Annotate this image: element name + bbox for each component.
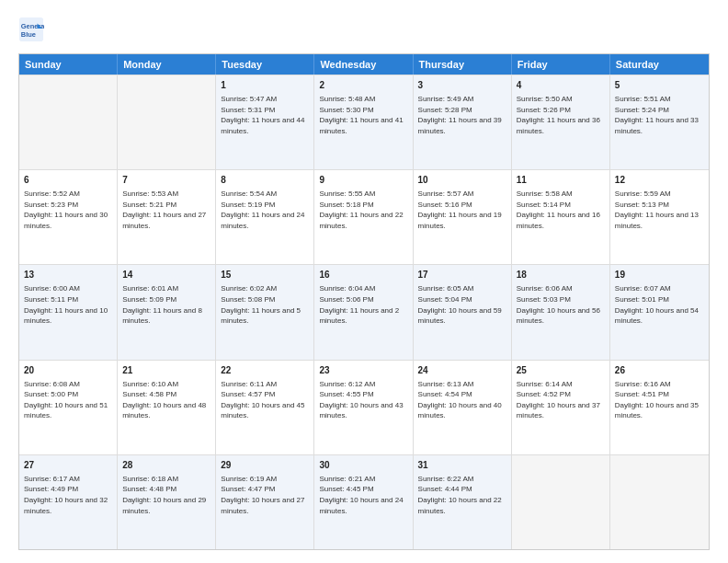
logo: General Blue	[18, 17, 46, 42]
day-header-wednesday: Wednesday	[314, 54, 413, 75]
day-header-thursday: Thursday	[414, 54, 512, 75]
calendar-cell: 15Sunrise: 6:02 AM Sunset: 5:08 PM Dayli…	[216, 265, 314, 359]
calendar-cell	[610, 455, 709, 549]
cell-details: Sunrise: 5:59 AM Sunset: 5:13 PM Dayligh…	[615, 189, 704, 231]
cell-details: Sunrise: 5:52 AM Sunset: 5:23 PM Dayligh…	[24, 189, 112, 231]
calendar-cell: 27Sunrise: 6:17 AM Sunset: 4:49 PM Dayli…	[19, 455, 118, 549]
day-number: 24	[418, 364, 506, 377]
cell-details: Sunrise: 6:13 AM Sunset: 4:54 PM Dayligh…	[418, 379, 506, 421]
day-header-friday: Friday	[512, 54, 610, 75]
calendar-cell	[512, 455, 610, 549]
day-number: 27	[24, 459, 112, 472]
calendar-row-0: 1Sunrise: 5:47 AM Sunset: 5:31 PM Daylig…	[19, 75, 709, 169]
day-number: 6	[24, 174, 112, 187]
calendar-cell: 3Sunrise: 5:49 AM Sunset: 5:28 PM Daylig…	[414, 75, 512, 169]
cell-details: Sunrise: 6:04 AM Sunset: 5:06 PM Dayligh…	[319, 283, 407, 326]
svg-text:Blue: Blue	[21, 30, 36, 39]
calendar-cell: 28Sunrise: 6:18 AM Sunset: 4:48 PM Dayli…	[118, 455, 216, 549]
day-number: 22	[221, 364, 309, 377]
calendar-row-1: 6Sunrise: 5:52 AM Sunset: 5:23 PM Daylig…	[19, 169, 709, 264]
cell-details: Sunrise: 6:17 AM Sunset: 4:49 PM Dayligh…	[24, 474, 112, 516]
cell-details: Sunrise: 5:47 AM Sunset: 5:31 PM Dayligh…	[221, 94, 309, 136]
calendar: SundayMondayTuesdayWednesdayThursdayFrid…	[18, 53, 710, 550]
day-number: 20	[24, 364, 112, 377]
day-number: 13	[24, 269, 112, 282]
calendar-cell: 20Sunrise: 6:08 AM Sunset: 5:00 PM Dayli…	[19, 361, 118, 454]
calendar-row-3: 20Sunrise: 6:08 AM Sunset: 5:00 PM Dayli…	[19, 360, 709, 454]
day-number: 9	[319, 174, 407, 187]
day-header-sunday: Sunday	[19, 54, 118, 75]
calendar-cell: 2Sunrise: 5:48 AM Sunset: 5:30 PM Daylig…	[314, 75, 413, 169]
cell-details: Sunrise: 6:22 AM Sunset: 4:44 PM Dayligh…	[418, 474, 506, 516]
cell-details: Sunrise: 6:14 AM Sunset: 4:52 PM Dayligh…	[517, 379, 605, 421]
day-number: 2	[319, 79, 407, 92]
cell-details: Sunrise: 6:05 AM Sunset: 5:04 PM Dayligh…	[418, 283, 506, 326]
day-number: 26	[615, 364, 704, 377]
calendar-header: SundayMondayTuesdayWednesdayThursdayFrid…	[19, 54, 709, 75]
calendar-body: 1Sunrise: 5:47 AM Sunset: 5:31 PM Daylig…	[19, 75, 709, 549]
calendar-cell: 4Sunrise: 5:50 AM Sunset: 5:26 PM Daylig…	[512, 75, 610, 169]
day-number: 18	[517, 269, 605, 282]
calendar-cell: 31Sunrise: 6:22 AM Sunset: 4:44 PM Dayli…	[414, 455, 512, 549]
cell-details: Sunrise: 5:51 AM Sunset: 5:24 PM Dayligh…	[615, 94, 704, 136]
day-number: 8	[221, 174, 309, 187]
cell-details: Sunrise: 5:49 AM Sunset: 5:28 PM Dayligh…	[418, 94, 506, 136]
header: General Blue	[18, 17, 710, 42]
calendar-row-2: 13Sunrise: 6:00 AM Sunset: 5:11 PM Dayli…	[19, 264, 709, 359]
day-number: 21	[122, 364, 210, 377]
day-number: 14	[122, 269, 210, 282]
calendar-cell: 23Sunrise: 6:12 AM Sunset: 4:55 PM Dayli…	[314, 361, 413, 454]
calendar-cell: 26Sunrise: 6:16 AM Sunset: 4:51 PM Dayli…	[610, 361, 709, 454]
cell-details: Sunrise: 6:21 AM Sunset: 4:45 PM Dayligh…	[319, 474, 407, 516]
cell-details: Sunrise: 5:57 AM Sunset: 5:16 PM Dayligh…	[418, 189, 506, 231]
cell-details: Sunrise: 6:02 AM Sunset: 5:08 PM Dayligh…	[221, 283, 309, 326]
calendar-cell: 17Sunrise: 6:05 AM Sunset: 5:04 PM Dayli…	[414, 265, 512, 359]
cell-details: Sunrise: 5:48 AM Sunset: 5:30 PM Dayligh…	[319, 94, 407, 136]
calendar-cell: 7Sunrise: 5:53 AM Sunset: 5:21 PM Daylig…	[118, 170, 216, 264]
day-header-monday: Monday	[118, 54, 216, 75]
day-number: 25	[517, 364, 605, 377]
calendar-cell: 5Sunrise: 5:51 AM Sunset: 5:24 PM Daylig…	[610, 75, 709, 169]
calendar-row-4: 27Sunrise: 6:17 AM Sunset: 4:49 PM Dayli…	[19, 454, 709, 549]
day-number: 19	[615, 269, 704, 282]
calendar-cell: 10Sunrise: 5:57 AM Sunset: 5:16 PM Dayli…	[414, 170, 512, 264]
cell-details: Sunrise: 6:12 AM Sunset: 4:55 PM Dayligh…	[319, 379, 407, 421]
cell-details: Sunrise: 5:54 AM Sunset: 5:19 PM Dayligh…	[221, 189, 309, 231]
calendar-cell: 24Sunrise: 6:13 AM Sunset: 4:54 PM Dayli…	[414, 361, 512, 454]
cell-details: Sunrise: 6:10 AM Sunset: 4:58 PM Dayligh…	[122, 379, 210, 421]
cell-details: Sunrise: 6:06 AM Sunset: 5:03 PM Dayligh…	[517, 283, 605, 326]
calendar-cell: 22Sunrise: 6:11 AM Sunset: 4:57 PM Dayli…	[216, 361, 314, 454]
day-number: 11	[517, 174, 605, 187]
calendar-cell: 21Sunrise: 6:10 AM Sunset: 4:58 PM Dayli…	[118, 361, 216, 454]
cell-details: Sunrise: 6:18 AM Sunset: 4:48 PM Dayligh…	[122, 474, 210, 516]
calendar-cell	[19, 75, 118, 169]
calendar-cell: 9Sunrise: 5:55 AM Sunset: 5:18 PM Daylig…	[314, 170, 413, 264]
calendar-cell: 29Sunrise: 6:19 AM Sunset: 4:47 PM Dayli…	[216, 455, 314, 549]
cell-details: Sunrise: 5:50 AM Sunset: 5:26 PM Dayligh…	[517, 94, 605, 136]
day-number: 29	[221, 459, 309, 472]
calendar-cell: 11Sunrise: 5:58 AM Sunset: 5:14 PM Dayli…	[512, 170, 610, 264]
svg-text:General: General	[21, 22, 44, 30]
calendar-cell: 18Sunrise: 6:06 AM Sunset: 5:03 PM Dayli…	[512, 265, 610, 359]
day-number: 23	[319, 364, 407, 377]
calendar-cell: 12Sunrise: 5:59 AM Sunset: 5:13 PM Dayli…	[610, 170, 709, 264]
day-header-tuesday: Tuesday	[216, 54, 314, 75]
calendar-cell: 19Sunrise: 6:07 AM Sunset: 5:01 PM Dayli…	[610, 265, 709, 359]
day-number: 30	[319, 459, 407, 472]
cell-details: Sunrise: 6:11 AM Sunset: 4:57 PM Dayligh…	[221, 379, 309, 421]
calendar-cell: 25Sunrise: 6:14 AM Sunset: 4:52 PM Dayli…	[512, 361, 610, 454]
calendar-cell: 6Sunrise: 5:52 AM Sunset: 5:23 PM Daylig…	[19, 170, 118, 264]
page: General Blue SundayMondayTuesdayWednesda…	[0, 0, 728, 563]
day-number: 17	[418, 269, 506, 282]
logo-icon: General Blue	[18, 17, 44, 42]
cell-details: Sunrise: 5:58 AM Sunset: 5:14 PM Dayligh…	[517, 189, 605, 231]
calendar-cell: 30Sunrise: 6:21 AM Sunset: 4:45 PM Dayli…	[314, 455, 413, 549]
day-number: 12	[615, 174, 704, 187]
calendar-cell: 14Sunrise: 6:01 AM Sunset: 5:09 PM Dayli…	[118, 265, 216, 359]
day-number: 10	[418, 174, 506, 187]
calendar-cell: 1Sunrise: 5:47 AM Sunset: 5:31 PM Daylig…	[216, 75, 314, 169]
calendar-cell: 8Sunrise: 5:54 AM Sunset: 5:19 PM Daylig…	[216, 170, 314, 264]
calendar-cell: 13Sunrise: 6:00 AM Sunset: 5:11 PM Dayli…	[19, 265, 118, 359]
day-number: 5	[615, 79, 704, 92]
cell-details: Sunrise: 5:53 AM Sunset: 5:21 PM Dayligh…	[122, 189, 210, 231]
